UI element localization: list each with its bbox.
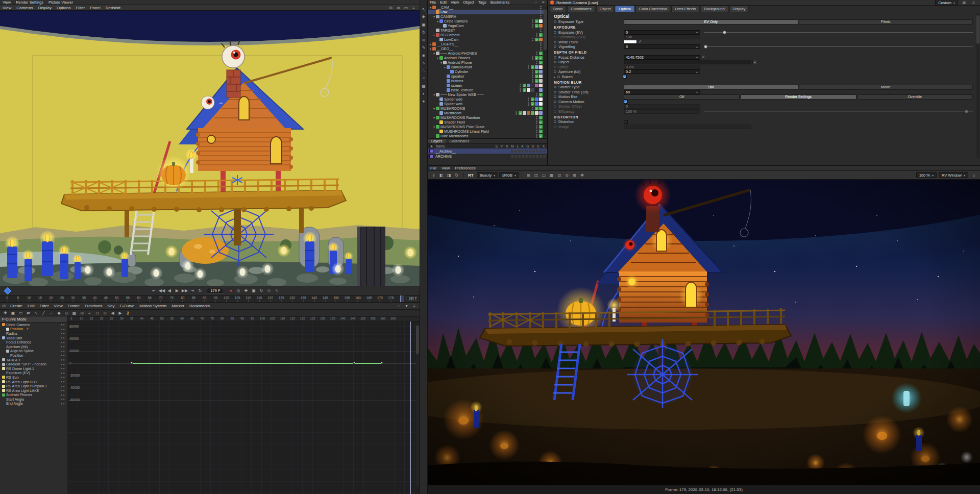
snapshot-icon[interactable]: ⊞ — [525, 172, 532, 178]
curve-linear-icon[interactable]: ╱ — [40, 310, 47, 316]
safe-frame-icon[interactable]: ▭ — [403, 5, 409, 11]
fcurve-mode-header[interactable]: F-Curve Mode — [0, 316, 67, 323]
rv-window-dropdown[interactable]: RV Window▾ — [939, 172, 968, 178]
menu-motion-system[interactable]: Motion System — [137, 304, 169, 308]
layer-flag-cell[interactable] — [536, 155, 538, 158]
layer-flag-cell[interactable] — [525, 150, 528, 153]
cube-primitive-icon[interactable]: ■ — [421, 52, 427, 58]
tag-icon[interactable]: ✓ — [539, 130, 543, 133]
expander-icon[interactable]: ▾ — [432, 15, 436, 18]
filter-icon[interactable]: ▾ — [403, 303, 410, 309]
visibility-dots[interactable] — [536, 33, 537, 37]
tag-icon[interactable]: ✓ — [535, 70, 538, 73]
fcurve-tree-row[interactable]: Exposure (EV)●● — [0, 371, 67, 376]
pen-tool-icon[interactable]: ✎ — [421, 44, 427, 51]
track-key-dots[interactable]: ●● — [61, 376, 65, 379]
record-rotation-icon[interactable]: ↻ — [258, 288, 265, 294]
tag-icon[interactable]: ✓ — [539, 107, 543, 110]
compare-b-icon[interactable]: ◨ — [446, 172, 452, 178]
tag-icon[interactable]: ✓ — [519, 111, 522, 115]
rotate-tool-icon[interactable]: ↻ — [421, 29, 427, 35]
object-row[interactable]: LowCam✓ — [428, 37, 547, 42]
tag-icon[interactable]: ✓ — [539, 120, 543, 124]
tag-icon[interactable] — [539, 84, 543, 87]
object-row[interactable]: ▾Android Phone✓ — [428, 60, 547, 65]
expander-icon[interactable]: ▾ — [432, 125, 436, 129]
menu-filter[interactable]: Filter — [37, 304, 52, 308]
compare-ab-icon[interactable]: ◫ — [533, 172, 540, 178]
track-key-dots[interactable]: ●● — [61, 402, 65, 405]
tag-icon[interactable]: ✓ — [535, 38, 538, 41]
object-row[interactable]: ▾MUSHROOMS Random✓ — [428, 115, 547, 120]
visibility-dots[interactable] — [536, 52, 537, 55]
object-row[interactable]: ▾__GEO__ — [428, 46, 547, 51]
visibility-dots[interactable] — [536, 130, 537, 133]
bokeh-checkbox[interactable]: ✓ — [623, 75, 627, 79]
expander-icon[interactable]: ▾ — [432, 107, 436, 110]
fcurve-tree-row[interactable]: RS Area Light LAKE●● — [0, 388, 67, 393]
menu-panel[interactable]: Panel — [87, 6, 103, 10]
track-key-dots[interactable]: ●● — [61, 389, 65, 392]
end-frame-field[interactable]: 180 F — [406, 296, 419, 301]
curve-spline-icon[interactable]: ∿ — [33, 310, 39, 316]
track-key-dots[interactable]: ●● — [61, 341, 65, 344]
tag-icon[interactable] — [527, 111, 530, 115]
menu-filter[interactable]: Filter — [73, 6, 87, 10]
attribute-scrollbar[interactable] — [976, 13, 979, 158]
tag-icon[interactable] — [535, 84, 538, 87]
tag-icon[interactable] — [531, 84, 534, 87]
object-row[interactable]: ▾CAMERA — [428, 14, 547, 19]
tag-icon[interactable]: ✓ — [539, 134, 543, 138]
white-point-swatch[interactable] — [624, 40, 637, 44]
visibility-dots[interactable] — [516, 111, 517, 115]
visibility-dots[interactable] — [520, 88, 521, 92]
group-exposure[interactable]: EXPOSURE — [554, 25, 973, 30]
tag-icon[interactable]: ✓ — [531, 102, 534, 106]
fit-view-icon[interactable]: ⊡ — [556, 172, 562, 178]
distortion-checkbox[interactable] — [624, 120, 628, 124]
material-icon[interactable]: ● — [421, 98, 427, 104]
timeline-ruler[interactable]: 0510152025303540455055606570758085909510… — [0, 295, 420, 302]
tag-icon[interactable]: ✓ — [523, 84, 526, 87]
layer-flag-cell[interactable] — [522, 155, 524, 158]
scale-tool-icon[interactable]: ▣ — [421, 21, 427, 28]
expander-icon[interactable]: ▾ — [429, 47, 432, 51]
panel-options-icon[interactable]: ≡ — [411, 303, 418, 309]
track-key-dots[interactable]: ●● — [61, 354, 65, 357]
tag-icon[interactable]: ✓ — [535, 56, 538, 60]
segment-ev-only[interactable]: EV Only — [624, 19, 798, 24]
camera-motion-checkbox[interactable]: ✓ — [624, 100, 628, 104]
fcurve-playhead[interactable] — [410, 322, 411, 494]
vignetting-slider[interactable] — [704, 44, 973, 49]
visibility-dots[interactable] — [532, 75, 533, 78]
autokey-button[interactable]: ◎ — [235, 288, 242, 294]
tag-icon[interactable] — [539, 19, 543, 23]
object-row[interactable]: Cylinder✓ — [428, 69, 547, 74]
tag-icon[interactable] — [539, 75, 543, 78]
segment-filmic[interactable]: Filmic — [799, 19, 973, 24]
menu-bookmarks[interactable]: Bookmarks — [488, 0, 512, 5]
menu-picture-viewer[interactable]: Picture Viewer — [46, 0, 76, 5]
expander-icon[interactable]: ▾ — [432, 33, 436, 37]
fcurve-tree-row[interactable]: Gradient "SKY" - horizon●● — [0, 362, 67, 366]
visibility-dots[interactable] — [532, 38, 533, 41]
fcurve-tree-row[interactable]: RS Area Light Pumpkin.1●● — [0, 384, 67, 388]
viewport-nav-icon[interactable] — [4, 287, 11, 294]
tab-background[interactable]: Background — [701, 6, 728, 12]
viewport-options-icon[interactable]: ≡ — [410, 5, 417, 11]
pan-view-icon[interactable]: ✥ — [579, 172, 585, 178]
fcurve-tree-row[interactable]: Aperture (f/#)●● — [0, 344, 67, 349]
focus-distance-input[interactable]: 4140.7503◂▸ — [624, 55, 700, 60]
tag-icon[interactable]: ✓ — [535, 75, 538, 78]
refresh-render-icon[interactable]: ↻ — [453, 172, 460, 178]
tag-icon[interactable] — [539, 102, 543, 106]
group-dof[interactable]: DEPTH OF FIELD — [554, 50, 973, 55]
track-key-dots[interactable]: ●● — [61, 367, 65, 370]
tag-icon[interactable] — [531, 88, 534, 92]
fcurve-tree-row[interactable]: Align to Spline●● — [0, 349, 67, 354]
object-row[interactable]: Spider web✓ — [428, 102, 547, 106]
expander-icon[interactable]: ▾ — [429, 6, 432, 9]
expander-icon[interactable]: ▸ — [429, 42, 432, 46]
fcurve-tree-row[interactable]: RS Area Light HUT●● — [0, 380, 67, 384]
volume-icon[interactable]: ▦ — [421, 83, 427, 89]
